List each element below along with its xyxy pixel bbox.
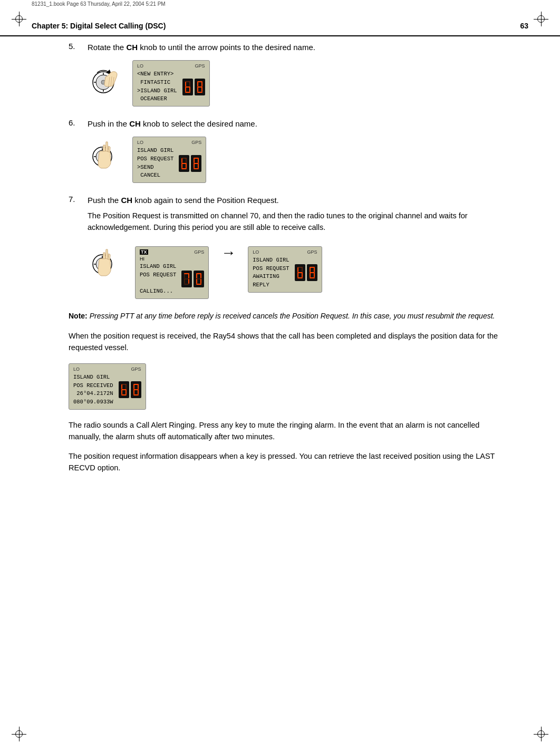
svg-rect-13 <box>185 82 186 86</box>
display-body-pos: ISLAND GIRL POS RECEIVED 26°04.2172N 080… <box>73 373 141 407</box>
digit-0 <box>194 271 204 287</box>
digit-6b <box>179 155 189 172</box>
chapter-title: Chapter 5: Digital Select Calling (DSC) <box>32 22 166 30</box>
digits-step7-left <box>181 271 204 287</box>
hand-knob-push2-icon <box>88 244 127 289</box>
svg-rect-79 <box>310 277 315 278</box>
gps-label-6: GPS <box>191 140 201 145</box>
step-6-text: Push in the CH knob to select the desire… <box>88 118 507 129</box>
svg-rect-35 <box>186 163 187 168</box>
svg-rect-21 <box>201 87 202 92</box>
crosshair-top-right <box>534 12 548 26</box>
svg-rect-62 <box>196 274 197 278</box>
digit-8 <box>195 79 205 95</box>
digit-row-pos <box>119 381 141 398</box>
digit-6d <box>119 381 129 398</box>
lo-label: LO <box>137 63 143 69</box>
tx-label: TX <box>140 249 148 255</box>
step-6-number: 6. <box>69 118 88 127</box>
step-5-illustration: LO GPS <NEW ENTRY> FINTASTIC >ISLAND GIR… <box>88 58 507 107</box>
step-5: 5. Rotate the CH knob to until the arrow… <box>69 42 507 107</box>
svg-rect-65 <box>196 284 201 285</box>
step-6-content: Push in the CH knob to select the desire… <box>88 118 507 183</box>
digit-6 <box>182 79 193 95</box>
note-block: Note: Pressing PTT at any time before re… <box>69 311 507 322</box>
page-number: 63 <box>520 22 528 30</box>
svg-rect-86 <box>121 394 127 395</box>
step-7-para: The Position Request is transmitted on c… <box>88 210 507 234</box>
svg-rect-55 <box>184 274 185 278</box>
svg-rect-14 <box>189 87 190 92</box>
digit-8d <box>131 381 141 398</box>
crosshair-bottom-left <box>12 727 26 741</box>
svg-rect-34 <box>181 158 182 163</box>
display-header-step7-right: LO GPS <box>253 249 317 255</box>
note-text: Pressing PTT at any time before reply is… <box>90 312 495 320</box>
display-text-pos: ISLAND GIRL POS RECEIVED 26°04.2172N 080… <box>73 373 113 407</box>
step-5-text: Rotate the CH knob to until the arrow po… <box>88 42 507 53</box>
svg-rect-90 <box>133 384 134 389</box>
svg-rect-88 <box>138 384 139 389</box>
digit-8b <box>191 155 201 172</box>
svg-rect-43 <box>194 163 195 168</box>
gps-label-7l: GPS <box>194 249 204 255</box>
digit-6c <box>295 264 305 281</box>
svg-rect-18 <box>201 82 202 86</box>
svg-rect-23 <box>197 92 202 93</box>
page-header: Chapter 5: Digital Select Calling (DSC) … <box>0 12 560 36</box>
svg-rect-74 <box>314 267 315 272</box>
digits-step5 <box>182 79 205 95</box>
gps-label-pos: GPS <box>131 366 141 372</box>
svg-rect-91 <box>138 390 139 394</box>
step-7-fig-row: TX GPS HI ISLAND GIRL POS REQUEST CALLIN… <box>88 244 507 299</box>
display-body-step7-left: ISLAND GIRL POS REQUEST CALLING... <box>140 263 204 296</box>
step-7-content: Push the CH knob again to send the Posit… <box>88 195 507 299</box>
display-text-step7-left: ISLAND GIRL POS REQUEST CALLING... <box>140 263 176 296</box>
display-body-step7-right: ISLAND GIRL POS REQUEST AWAITING REPLY <box>253 256 317 289</box>
lcd-display-step5: LO GPS <NEW ENTRY> FINTASTIC >ISLAND GIR… <box>132 60 210 107</box>
svg-rect-22 <box>197 87 198 92</box>
display-text-step6: ISLAND GIRL POS REQUEST >SEND CANCEL <box>137 147 173 180</box>
svg-rect-76 <box>310 267 311 272</box>
digit-7 <box>181 271 192 287</box>
para2: The radio sounds a Call Alert Ringing. P… <box>69 419 507 443</box>
digit-row-step7-right <box>295 264 317 281</box>
lo-label-pos: LO <box>73 366 80 372</box>
svg-rect-72 <box>297 277 303 278</box>
display-body-step5: <NEW ENTRY> FINTASTIC >ISLAND GIRL OCEAN… <box>137 70 205 103</box>
hand-knob-push-icon <box>88 137 127 181</box>
gps-label-7r: GPS <box>307 249 317 255</box>
note-label: Note: <box>69 312 88 320</box>
para1: When the position request is received, t… <box>69 330 507 354</box>
display-header-step6: LO GPS <box>137 140 201 145</box>
svg-rect-60 <box>200 274 201 278</box>
svg-rect-11 <box>189 82 190 86</box>
display-header-step7-left: TX GPS <box>140 249 204 255</box>
svg-rect-63 <box>200 279 201 284</box>
hi-label: HI <box>140 256 204 262</box>
digit-row-step6 <box>179 155 201 172</box>
svg-rect-39 <box>198 158 199 163</box>
book-info: 81231_1.book Page 63 Thursday, April 22,… <box>0 0 560 8</box>
lo-label-6: LO <box>137 140 143 145</box>
svg-rect-41 <box>194 158 195 163</box>
crosshair-bottom-right <box>534 727 548 741</box>
pos-received-display-container: LO GPS ISLAND GIRL POS RECEIVED 26°04.21… <box>69 361 507 410</box>
step-5-number: 5. <box>69 42 88 51</box>
digit-row-step7-left <box>181 271 204 287</box>
svg-rect-16 <box>185 92 190 93</box>
crosshair-top-left <box>12 12 26 26</box>
svg-rect-64 <box>196 279 197 284</box>
gps-label: GPS <box>195 63 205 69</box>
step-7-number: 7. <box>69 195 88 204</box>
svg-rect-71 <box>297 273 298 277</box>
digit-row-step5 <box>182 79 205 95</box>
svg-rect-44 <box>194 168 199 169</box>
display-header-pos: LO GPS <box>73 366 141 372</box>
svg-rect-84 <box>125 390 127 394</box>
svg-rect-20 <box>197 82 198 86</box>
svg-rect-58 <box>184 284 189 285</box>
lcd-display-step7-left: TX GPS HI ISLAND GIRL POS REQUEST CALLIN… <box>135 246 209 299</box>
lcd-display-step6: LO GPS ISLAND GIRL POS REQUEST >SEND CAN… <box>132 137 206 183</box>
lcd-display-step7-right: LO GPS ISLAND GIRL POS REQUEST AWAITING … <box>248 246 322 293</box>
